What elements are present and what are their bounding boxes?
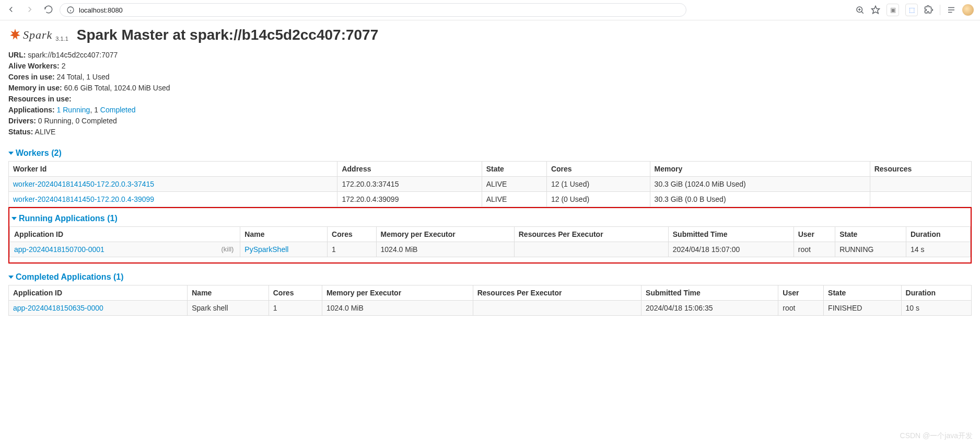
- col-state[interactable]: State: [482, 162, 546, 177]
- alive-workers-label: Alive Workers:: [8, 62, 60, 70]
- workers-header: Workers (2): [8, 148, 972, 158]
- col-cores[interactable]: Cores: [269, 285, 322, 301]
- col-mem[interactable]: Memory per Executor: [376, 227, 514, 242]
- cell-res: [514, 242, 668, 257]
- kill-link[interactable]: (kill): [221, 245, 234, 253]
- forward-button[interactable]: [25, 5, 34, 16]
- col-worker-id[interactable]: Worker Id: [9, 162, 337, 177]
- running-apps-toggle[interactable]: Running Applications (1): [11, 214, 118, 223]
- worker-link[interactable]: worker-20240418141450-172.20.0.3-37415: [13, 180, 154, 188]
- cell-cores: 1: [269, 301, 322, 316]
- col-address[interactable]: Address: [337, 162, 482, 177]
- completed-apps-toggle[interactable]: Completed Applications (1): [8, 272, 124, 282]
- nav-buttons: [6, 5, 53, 16]
- running-apps-highlight: Running Applications (1) Application ID …: [8, 207, 972, 264]
- svg-marker-7: [872, 6, 880, 14]
- col-app-id[interactable]: Application ID: [9, 285, 188, 301]
- extension-1[interactable]: ▣: [886, 4, 899, 16]
- col-user[interactable]: User: [778, 285, 824, 301]
- table-row: app-20240418150635-0000 Spark shell 1 10…: [9, 301, 972, 316]
- running-apps-table: Application ID Name Cores Memory per Exe…: [9, 226, 971, 257]
- summary-block: URL: spark://b14c5d2cc407:7077 Alive Wor…: [8, 50, 972, 138]
- app-name-link[interactable]: PySparkShell: [244, 245, 288, 254]
- caret-down-icon: [8, 276, 14, 279]
- drivers-value: 0 Running, 0 Completed: [38, 117, 117, 125]
- resources-label: Resources in use:: [8, 95, 72, 103]
- cell-dur: 10 s: [901, 301, 971, 316]
- cell-cores: 12 (0 Used): [546, 192, 650, 207]
- cell-address: 172.20.0.3:37415: [337, 177, 482, 192]
- page-header: Spark 3.1.1 Spark Master at spark://b14c…: [8, 27, 972, 43]
- separator: [940, 5, 940, 15]
- back-button[interactable]: [6, 5, 16, 16]
- col-dur[interactable]: Duration: [906, 227, 970, 242]
- url-bar[interactable]: localhost:8080: [60, 3, 686, 17]
- extension-translate[interactable]: ⬚: [905, 4, 918, 16]
- cell-user: root: [794, 242, 835, 257]
- memory-value: 60.6 GiB Total, 1024.0 MiB Used: [64, 84, 170, 92]
- table-row: worker-20240418141450-172.20.0.4-39099 1…: [9, 192, 972, 207]
- apps-completed-link[interactable]: Completed: [100, 106, 136, 114]
- svg-line-4: [861, 12, 864, 14]
- toolbar-actions: ▣ ⬚: [855, 4, 974, 16]
- cell-res: [473, 301, 641, 316]
- zoom-icon[interactable]: [855, 5, 865, 15]
- cell-user: root: [778, 301, 824, 316]
- col-dur[interactable]: Duration: [901, 285, 971, 301]
- app-link[interactable]: app-20240418150700-0001: [14, 245, 104, 254]
- worker-link[interactable]: worker-20240418141450-172.20.0.4-39099: [13, 195, 154, 203]
- col-state[interactable]: State: [835, 227, 906, 242]
- running-apps-header: Running Applications (1): [9, 213, 971, 223]
- spark-logo: Spark 3.1.1: [8, 28, 68, 42]
- col-memory[interactable]: Memory: [650, 162, 870, 177]
- url-text: localhost:8080: [79, 6, 123, 14]
- col-time[interactable]: Submitted Time: [668, 227, 794, 242]
- workers-toggle[interactable]: Workers (2): [8, 148, 62, 158]
- reload-button[interactable]: [44, 5, 53, 16]
- col-res[interactable]: Resources Per Executor: [473, 285, 641, 301]
- col-name[interactable]: Name: [188, 285, 269, 301]
- app-link[interactable]: app-20240418150635-0000: [13, 304, 103, 312]
- cores-label: Cores in use:: [8, 73, 55, 81]
- url-value: spark://b14c5d2cc407:7077: [28, 51, 118, 59]
- col-state[interactable]: State: [824, 285, 901, 301]
- logo-version: 3.1.1: [55, 36, 68, 42]
- col-resources[interactable]: Resources: [870, 162, 971, 177]
- profile-avatar[interactable]: [962, 4, 974, 16]
- completed-apps-table: Application ID Name Cores Memory per Exe…: [8, 285, 972, 316]
- apps-label: Applications:: [8, 106, 55, 114]
- col-cores[interactable]: Cores: [546, 162, 650, 177]
- page-title: Spark Master at spark://b14c5d2cc407:707…: [77, 27, 378, 43]
- cell-memory: 30.3 GiB (0.0 B Used): [650, 192, 870, 207]
- col-time[interactable]: Submitted Time: [641, 285, 778, 301]
- page-content: Spark 3.1.1 Spark Master at spark://b14c…: [0, 20, 980, 322]
- cell-mem: 1024.0 MiB: [376, 242, 514, 257]
- cell-state: RUNNING: [835, 242, 906, 257]
- col-name[interactable]: Name: [240, 227, 328, 242]
- cores-value: 24 Total, 1 Used: [57, 73, 110, 81]
- cell-cores: 12 (1 Used): [546, 177, 650, 192]
- completed-apps-title: Completed Applications (1): [16, 272, 124, 282]
- cell-mem: 1024.0 MiB: [322, 301, 473, 316]
- extensions-icon[interactable]: [924, 5, 934, 15]
- col-app-id[interactable]: Application ID: [10, 227, 240, 242]
- col-cores[interactable]: Cores: [328, 227, 377, 242]
- apps-running-link[interactable]: 1 Running: [57, 106, 90, 114]
- alive-workers-value: 2: [62, 62, 66, 70]
- spark-star-icon: [8, 28, 22, 42]
- col-user[interactable]: User: [794, 227, 835, 242]
- cell-time: 2024/04/18 15:07:00: [668, 242, 794, 257]
- bookmark-star-icon[interactable]: [871, 5, 880, 15]
- cell-cores: 1: [328, 242, 377, 257]
- col-mem[interactable]: Memory per Executor: [322, 285, 473, 301]
- table-row: app-20240418150700-0001(kill) PySparkShe…: [10, 242, 971, 257]
- cell-state: FINISHED: [824, 301, 901, 316]
- reading-list-icon[interactable]: [947, 5, 956, 15]
- logo-text: Spark: [23, 28, 52, 42]
- col-res[interactable]: Resources Per Executor: [514, 227, 668, 242]
- workers-table: Worker Id Address State Cores Memory Res…: [8, 161, 972, 207]
- status-value: ALIVE: [35, 128, 56, 136]
- cell-resources: [870, 177, 971, 192]
- url-label: URL:: [8, 51, 26, 59]
- drivers-label: Drivers:: [8, 117, 36, 125]
